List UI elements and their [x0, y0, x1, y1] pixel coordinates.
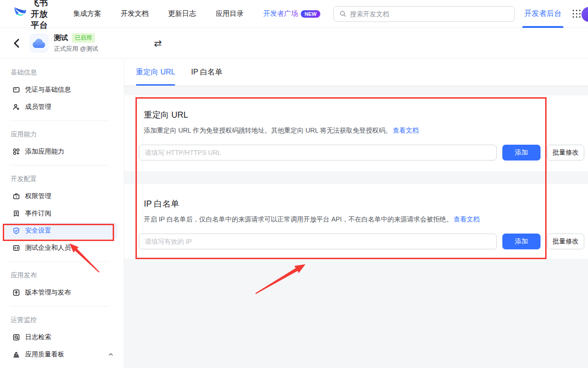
sidebar-section-label: 开发配置 [0, 171, 124, 187]
batch-edit-button[interactable]: 批量修改 [547, 234, 584, 249]
nav-menu: 集成方案开发文档更新日志应用目录开发者广场NEW [73, 9, 320, 18]
sidebar-item-upload[interactable]: 版本管理与发布 [5, 284, 117, 301]
brand[interactable]: 飞书开放平台 [13, 0, 51, 31]
view-docs-link[interactable]: 查看文档 [393, 127, 419, 134]
sidebar-section-label: 应用发布 [0, 267, 124, 284]
tab-bar: 重定向 URLIP 白名单 [124, 59, 588, 86]
main-content: 重定向 URLIP 白名单 重定向 URL 添加重定向 URL 作为免登授权码跳… [124, 59, 588, 368]
sidebar-divider [10, 120, 109, 121]
card-description: 开启 IP 白名单后，仅白名单中的来源请求可以正常调用开放平台 API，不在白名… [144, 215, 584, 224]
sidebar-item-label: 日志检索 [25, 333, 51, 341]
sidebar-item-shield-check[interactable]: 安全设置 [5, 222, 117, 239]
sidebar-divider [10, 306, 109, 307]
id-card-icon [13, 86, 20, 94]
sidebar-item-member-add[interactable]: 成员管理 [5, 99, 117, 115]
card-title: 重定向 URL [144, 109, 584, 120]
sidebar-item-label: 事件订阅 [25, 209, 51, 218]
value-input[interactable] [139, 234, 497, 249]
settings-card: IP 白名单 开启 IP 白名单后，仅白名单中的来源请求可以正常调用开放平台 A… [124, 184, 588, 259]
card-title: IP 白名单 [144, 198, 584, 209]
search-icon [339, 10, 346, 17]
settings-card: 重定向 URL 添加重定向 URL 作为免登授权码跳转地址。其他重定向 URL … [124, 95, 588, 171]
sidebar-item-grid-plus[interactable]: 添加应用能力 [5, 143, 117, 160]
sidebar-divider [10, 261, 109, 262]
sidebar-item-label: 凭证与基础信息 [25, 86, 71, 94]
card-description: 添加重定向 URL 作为免登授权码跳转地址。其他重定向 URL 将无法获取免登授… [144, 127, 584, 135]
new-badge: NEW [301, 10, 320, 18]
code-icon [13, 244, 20, 252]
chevron-up-icon[interactable] [108, 352, 114, 357]
back-button[interactable] [11, 38, 21, 48]
sidebar-section-label: 应用能力 [0, 126, 124, 143]
switch-app-icon[interactable]: ⇄ [154, 38, 162, 49]
sidebar-item-id-card[interactable]: 凭证与基础信息 [5, 81, 117, 98]
view-docs-link[interactable]: 查看文档 [453, 215, 480, 223]
sidebar-item-bookmark-plus[interactable]: 事件订阅 [5, 205, 117, 222]
top-navigation-bar: 飞书开放平台 集成方案开发文档更新日志应用目录开发者广场NEW 开发者后台 [0, 0, 588, 28]
nav-menu-item[interactable]: 集成方案 [73, 9, 101, 18]
grid-plus-icon [13, 148, 20, 155]
console-link-active[interactable]: 开发者后台 [523, 0, 562, 28]
log-search-icon [13, 334, 20, 341]
tab-active[interactable]: 重定向 URL [136, 59, 175, 86]
nav-menu-item[interactable]: 更新日志 [168, 9, 196, 18]
nav-menu-item[interactable]: 开发者广场NEW [263, 9, 320, 18]
value-input[interactable] [139, 145, 497, 161]
upload-icon [13, 289, 20, 296]
sidebar-item-bar-chart[interactable]: 应用质量看板 [5, 346, 117, 363]
app-meta: 测试 已启用 正式应用 @测试 [54, 33, 98, 53]
tab-inactive[interactable]: IP 白名单 [191, 59, 222, 86]
sidebar-divider [10, 165, 109, 166]
sidebar-section-label: 基础信息 [0, 64, 124, 81]
briefcase-icon [13, 193, 20, 200]
sidebar-item-label: 添加应用能力 [25, 147, 64, 156]
sidebar-item-label: 版本管理与发布 [25, 288, 71, 297]
sidebar-item-log-search[interactable]: 日志检索 [5, 329, 117, 346]
sidebar: 基础信息 凭证与基础信息 成员管理 应用能力 添加应用能力 开发配置 权限管理 … [0, 59, 124, 368]
sidebar-item-code[interactable]: 测试企业和人员 [5, 240, 117, 256]
feishu-logo-icon [13, 7, 27, 21]
batch-edit-button[interactable]: 批量修改 [547, 145, 584, 161]
app-header: 测试 已启用 正式应用 @测试 ⇄ [0, 28, 588, 59]
status-badge: 已启用 [72, 33, 95, 43]
member-add-icon [13, 103, 20, 111]
sidebar-section-label: 运营监控 [0, 312, 124, 328]
nav-menu-item[interactable]: 开发文档 [121, 9, 149, 18]
brand-name: 飞书开放平台 [31, 0, 51, 31]
doc-search-box[interactable] [333, 6, 515, 22]
sidebar-item-label: 安全设置 [25, 227, 51, 235]
sidebar-item-briefcase[interactable]: 权限管理 [5, 188, 117, 205]
bar-chart-icon [13, 351, 20, 358]
nav-menu-item[interactable]: 应用目录 [216, 9, 243, 18]
sidebar-item-label: 测试企业和人员 [25, 244, 71, 252]
app-name: 测试 [54, 33, 68, 42]
search-input[interactable] [350, 10, 509, 18]
bookmark-plus-icon [13, 210, 20, 217]
shield-check-icon [13, 227, 20, 234]
user-avatar[interactable] [581, 7, 588, 22]
sidebar-item-label: 权限管理 [25, 192, 51, 201]
add-button[interactable]: 添加 [502, 234, 541, 249]
sidebar-item-label: 应用质量看板 [25, 350, 64, 359]
add-button[interactable]: 添加 [502, 145, 541, 161]
app-avatar [30, 34, 48, 53]
app-grid-icon[interactable] [573, 10, 581, 18]
sidebar-item-label: 成员管理 [25, 103, 51, 111]
app-subtitle: 正式应用 @测试 [54, 45, 98, 53]
